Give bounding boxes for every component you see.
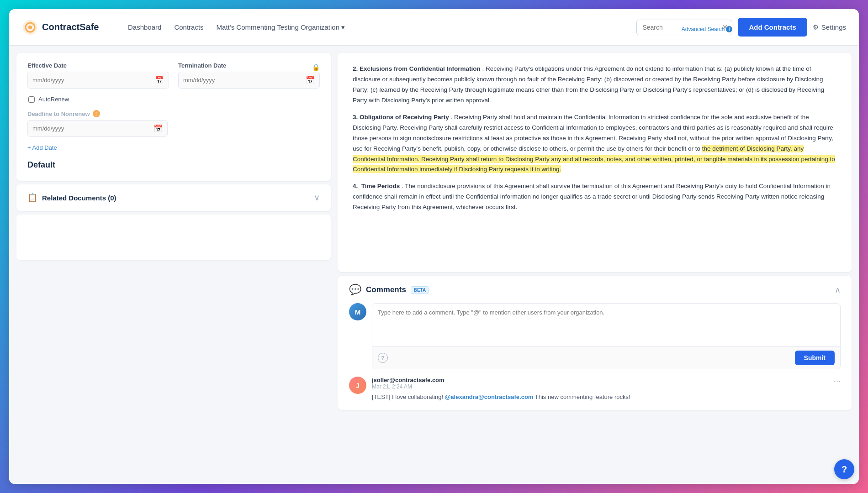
doc-paragraph-2: 2. Exclusions from Confidential Informat…: [353, 64, 837, 106]
comment-time: Mar 21, 2:24 AM: [372, 383, 828, 390]
comment-textarea[interactable]: [372, 304, 840, 345]
svg-point-2: [28, 26, 32, 29]
nav-dashboard[interactable]: Dashboard: [128, 23, 161, 31]
related-docs-card[interactable]: 📋 Related Documents (0) ∨: [16, 184, 331, 211]
submit-comment-button[interactable]: Submit: [795, 351, 835, 365]
collapse-comments-icon[interactable]: ∧: [835, 285, 841, 295]
comments-icon: 💬: [349, 284, 361, 296]
termination-date-input-wrapper: 📅: [178, 72, 320, 89]
autorenew-checkbox[interactable]: [28, 96, 35, 103]
comment-input-footer: ? Submit: [372, 346, 840, 369]
doc-paragraph-4: 4. Time Periods . The nondisclosure prov…: [353, 181, 837, 213]
termination-date-label: Termination Date: [178, 62, 226, 69]
logo-area: ContractSafe: [22, 19, 113, 36]
comment-body: jsoller@contractsafe.com Mar 21, 2:24 AM…: [372, 377, 828, 402]
comments-header: 💬 Comments BETA ∧: [349, 284, 841, 296]
deadline-input-wrapper: 📅: [27, 120, 168, 137]
deadline-section: Deadline to Nonrenew ! 📅: [27, 110, 320, 137]
dates-row: Effective Date 📅 Termination Date 🔒: [27, 62, 320, 89]
doc-paragraph-3: 3. Obligations of Receiving Party . Rece…: [353, 112, 837, 175]
deadline-label: Deadline to Nonrenew !: [27, 110, 320, 117]
header-right: ✕ Advanced Search i Add Contracts ⚙ Sett…: [636, 18, 846, 37]
deadline-warning-icon: !: [93, 110, 100, 117]
comment-actions: ···: [834, 377, 841, 386]
logo-text: ContractSafe: [42, 22, 99, 32]
add-date-button[interactable]: + Add Date: [27, 144, 57, 151]
comment-input-wrapper: ? Submit: [372, 303, 841, 369]
effective-date-field: Effective Date 📅: [27, 62, 169, 89]
current-user-avatar: M: [349, 303, 366, 320]
termination-date-input[interactable]: [183, 77, 306, 84]
deadline-calendar-icon[interactable]: 📅: [153, 124, 163, 133]
add-contracts-button[interactable]: Add Contracts: [738, 18, 807, 37]
beta-badge: BETA: [411, 286, 429, 294]
termination-date-calendar-icon[interactable]: 📅: [306, 76, 315, 84]
comments-title-row: 💬 Comments BETA: [349, 284, 429, 296]
comments-title: Comments: [366, 285, 406, 294]
left-empty-area: [16, 215, 331, 260]
related-docs-left: 📋 Related Documents (0): [27, 193, 116, 203]
comment-help-icon[interactable]: ?: [378, 353, 388, 363]
document-viewer: 2. Exclusions from Confidential Informat…: [338, 53, 852, 272]
gear-icon: ⚙: [813, 23, 819, 31]
comment-author-avatar: J: [349, 377, 366, 394]
doc-section-3-title: Obligations of Receiving Party: [360, 114, 449, 121]
termination-header: Termination Date 🔒: [178, 62, 320, 72]
comment-input-area: M ? Submit: [349, 303, 841, 369]
document-text: 2. Exclusions from Confidential Informat…: [353, 64, 837, 213]
lock-icon: 🔒: [312, 63, 320, 71]
comment-author: jsoller@contractsafe.com: [372, 377, 828, 383]
autorenew-row: AutoRenew: [28, 96, 320, 103]
related-docs-title: Related Documents (0): [42, 194, 116, 202]
right-panel: 2. Exclusions from Confidential Informat…: [338, 46, 859, 484]
effective-date-input-wrapper: 📅: [27, 72, 169, 89]
advanced-search[interactable]: Advanced Search i: [682, 26, 733, 32]
docs-icon: 📋: [27, 193, 37, 203]
comment-mention: @alexandra@contractsafe.com: [445, 393, 534, 400]
doc-section-4-title: Time Periods: [361, 183, 400, 189]
comment-more-icon[interactable]: ···: [834, 377, 841, 386]
termination-date-field: Termination Date 🔒 📅: [178, 62, 320, 89]
main-content: Effective Date 📅 Termination Date 🔒: [9, 46, 859, 484]
nav-links: Dashboard Contracts Matt's Commenting Te…: [128, 23, 622, 31]
autorenew-label: AutoRenew: [38, 96, 69, 103]
global-help-button[interactable]: ?: [834, 459, 854, 479]
nav-org[interactable]: Matt's Commenting Testing Organization ▾: [217, 23, 345, 31]
effective-date-calendar-icon[interactable]: 📅: [155, 76, 164, 84]
effective-date-label: Effective Date: [27, 62, 169, 69]
settings-button[interactable]: ⚙ Settings: [813, 23, 846, 31]
logo-icon: [22, 19, 38, 36]
effective-date-input[interactable]: [32, 77, 155, 84]
header: ContractSafe Dashboard Contracts Matt's …: [9, 9, 859, 46]
chevron-down-icon: ∨: [314, 193, 320, 203]
advanced-search-info-icon: i: [726, 26, 732, 32]
deadline-date-input[interactable]: [32, 125, 153, 132]
comments-panel: 💬 Comments BETA ∧ M ? Submi: [338, 276, 852, 410]
left-panel: Effective Date 📅 Termination Date 🔒: [9, 46, 338, 484]
dates-card: Effective Date 📅 Termination Date 🔒: [16, 53, 331, 181]
nav-contracts[interactable]: Contracts: [174, 23, 203, 31]
comment-entry: J jsoller@contractsafe.com Mar 21, 2:24 …: [349, 377, 841, 402]
default-label: Default: [27, 160, 320, 170]
doc-section-2-title: Exclusions from Confidential Information: [360, 65, 481, 72]
search-container: ✕ Advanced Search i: [636, 20, 732, 35]
comment-text: [TEST] I love collaborating! @alexandra@…: [372, 393, 828, 402]
